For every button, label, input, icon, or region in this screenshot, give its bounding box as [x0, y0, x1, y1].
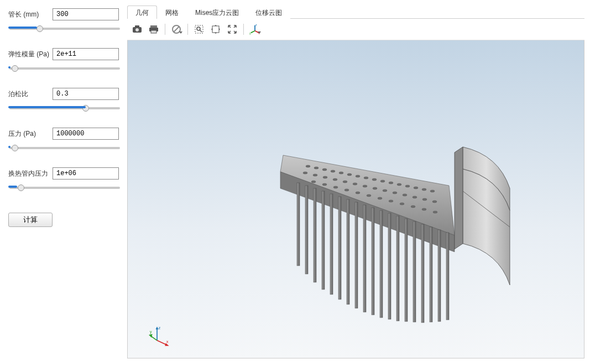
param-slider-modulus-wrap	[8, 64, 119, 71]
param-row-pressure: 压力 (Pa)	[8, 128, 122, 140]
svg-point-2	[135, 28, 139, 31]
param-slider-poisson[interactable]	[9, 107, 120, 109]
svg-point-58	[400, 203, 404, 205]
svg-rect-77	[421, 224, 424, 323]
svg-point-42	[363, 185, 367, 187]
axis-label-x: x	[166, 339, 169, 344]
axis-label-z: z	[159, 325, 161, 330]
param-label-pressure: 压力 (Pa)	[8, 129, 53, 139]
svg-point-30	[389, 182, 393, 184]
tab-displacement[interactable]: 位移云图	[247, 6, 290, 19]
sidebar: 管长 (mm) 弹性模量 (Pa) 泊松比 压力 (Pa) 换热管内压力	[0, 0, 127, 364]
param-slider-pressure[interactable]	[9, 147, 120, 149]
svg-rect-62	[297, 183, 300, 266]
svg-point-61	[433, 211, 437, 213]
svg-point-43	[373, 187, 377, 189]
svg-point-59	[411, 205, 415, 208]
param-label-modulus: 弹性模量 (Pa)	[8, 50, 53, 59]
svg-rect-64	[314, 188, 316, 282]
param-slider-tube-pressure[interactable]	[9, 187, 120, 189]
svg-text:y: y	[249, 31, 251, 35]
param-slider-poisson-wrap	[8, 103, 119, 111]
svg-point-35	[430, 190, 435, 192]
param-input-pressure[interactable]	[53, 128, 119, 140]
svg-point-57	[389, 200, 393, 202]
svg-point-21	[314, 167, 319, 169]
svg-point-52	[333, 186, 338, 188]
print-icon[interactable]	[146, 22, 161, 36]
svg-rect-70	[363, 205, 366, 312]
calculate-button[interactable]: 计算	[8, 213, 53, 227]
svg-rect-5	[151, 30, 156, 33]
toolbar-separator-2	[187, 24, 188, 35]
svg-point-37	[313, 174, 317, 176]
svg-point-36	[303, 172, 307, 174]
svg-rect-66	[330, 194, 333, 294]
svg-point-40	[343, 181, 347, 183]
svg-rect-79	[438, 230, 441, 321]
svg-point-49	[432, 201, 437, 203]
svg-rect-75	[405, 219, 408, 321]
svg-point-54	[356, 192, 360, 194]
svg-rect-80	[446, 233, 449, 320]
param-slider-modulus[interactable]	[9, 67, 120, 70]
zoom-box-icon[interactable]	[191, 22, 207, 36]
svg-point-32	[405, 185, 410, 187]
param-slider-length[interactable]	[9, 28, 120, 30]
param-input-tube-pressure[interactable]	[53, 167, 119, 180]
svg-rect-65	[322, 191, 325, 289]
main-panel: 几何 网格 Mises应力云图 位移云图	[127, 0, 590, 364]
param-row-poisson: 泊松比	[8, 88, 122, 100]
zoom-extents-icon[interactable]	[224, 22, 240, 36]
svg-point-39	[333, 178, 337, 181]
param-input-poisson[interactable]	[53, 88, 119, 100]
svg-rect-73	[388, 213, 391, 319]
svg-point-51	[322, 183, 327, 186]
svg-rect-69	[355, 202, 358, 308]
svg-point-46	[403, 194, 407, 196]
axis-orient-icon[interactable]: zxy	[247, 22, 263, 36]
svg-point-33	[414, 187, 418, 189]
tab-bar: 几何 网格 Mises应力云图 位移云图	[127, 6, 584, 19]
chevron-down-icon	[179, 31, 182, 34]
svg-point-48	[422, 198, 427, 201]
svg-rect-71	[372, 208, 374, 315]
svg-rect-68	[347, 199, 349, 304]
param-row-length: 管长 (mm)	[8, 8, 122, 20]
toolbar: zxy	[127, 19, 584, 40]
camera-icon[interactable]	[129, 22, 145, 36]
svg-point-23	[331, 170, 335, 172]
svg-rect-78	[430, 227, 432, 322]
tab-mesh[interactable]: 网格	[157, 6, 187, 19]
param-input-length[interactable]	[53, 8, 119, 20]
svg-line-14	[251, 31, 255, 33]
geometry-model	[217, 122, 526, 343]
param-row-modulus: 弹性模量 (Pa)	[8, 48, 122, 60]
svg-point-56	[378, 197, 382, 199]
svg-point-55	[367, 194, 371, 197]
param-label-tube-pressure: 换热管内压力	[8, 169, 53, 178]
tab-mises[interactable]: Mises应力云图	[187, 6, 247, 19]
param-row-tube-pressure: 换热管内压力	[8, 167, 122, 180]
param-input-modulus[interactable]	[53, 48, 119, 60]
tab-geometry[interactable]: 几何	[127, 6, 157, 19]
svg-rect-67	[338, 197, 341, 299]
svg-rect-11	[212, 26, 219, 33]
svg-rect-3	[150, 25, 157, 28]
svg-point-27	[364, 177, 368, 179]
viewport-3d[interactable]: z x y	[127, 40, 584, 358]
svg-point-38	[323, 176, 327, 178]
svg-point-25	[347, 173, 352, 176]
pan-icon[interactable]	[208, 22, 223, 36]
svg-point-22	[322, 168, 327, 171]
svg-point-26	[356, 175, 360, 177]
svg-text:z: z	[255, 24, 257, 27]
svg-point-28	[372, 178, 377, 181]
svg-rect-76	[413, 221, 416, 322]
svg-point-34	[422, 188, 426, 191]
forbidden-icon[interactable]	[169, 22, 184, 36]
svg-line-7	[174, 27, 179, 32]
svg-point-24	[339, 172, 343, 174]
toolbar-separator-1	[165, 24, 165, 35]
param-slider-pressure-wrap	[8, 143, 119, 151]
